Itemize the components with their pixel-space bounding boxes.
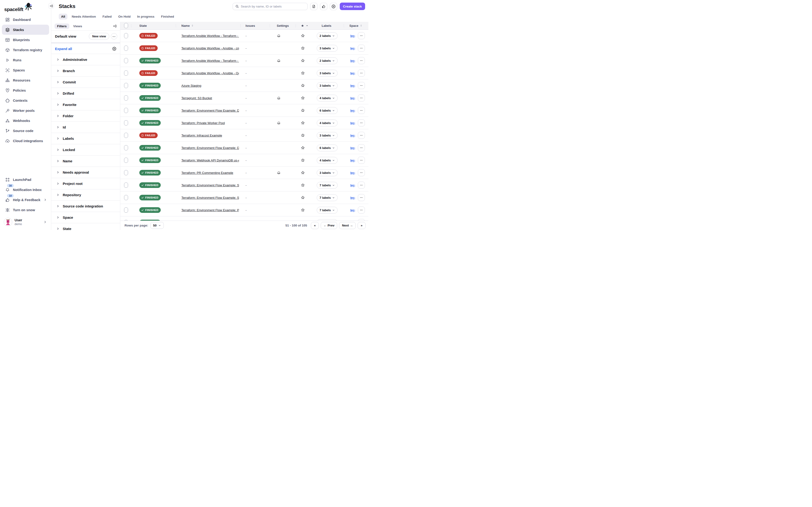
row-checkbox[interactable]: [124, 120, 128, 125]
sidebar-item-terraform-registry[interactable]: Terraform registry: [2, 45, 49, 55]
star-outline-icon[interactable]: [301, 158, 305, 162]
filter-section-favorite[interactable]: Favorite: [51, 99, 120, 110]
star-outline-icon[interactable]: [301, 146, 305, 150]
sort-both-icon[interactable]: [360, 24, 362, 27]
filters-collapse-icon[interactable]: [113, 24, 117, 28]
row-menu-button[interactable]: [358, 45, 365, 52]
tab-in-progress[interactable]: In progress: [135, 14, 157, 19]
view-more-button[interactable]: ...: [111, 33, 117, 40]
sidebar-item-help-feedback[interactable]: 10Help & Feedback: [2, 195, 49, 205]
sidebar-collapse-button[interactable]: [48, 3, 54, 9]
sort-both-icon[interactable]: [191, 24, 194, 27]
sidebar-item-stacks[interactable]: Stacks: [2, 25, 49, 35]
labels-dropdown[interactable]: 3 labels: [317, 82, 338, 89]
last-page-button[interactable]: »: [358, 222, 365, 229]
filter-section-repository[interactable]: Repository: [51, 189, 120, 201]
space-link[interactable]: legacy: [350, 47, 356, 50]
stack-name-link[interactable]: Terraform Ansible Workflow - Terraform -…: [181, 34, 239, 38]
space-link[interactable]: legacy: [350, 59, 356, 62]
star-outline-icon[interactable]: [301, 34, 305, 38]
row-menu-button[interactable]: [358, 57, 365, 64]
column-space[interactable]: Space: [349, 24, 358, 27]
labels-dropdown[interactable]: 6 labels: [317, 107, 338, 114]
row-checkbox[interactable]: [124, 33, 128, 38]
expand-all-link[interactable]: Expand all: [55, 47, 72, 51]
row-checkbox[interactable]: [124, 95, 128, 101]
filter-section-folder[interactable]: Folder: [51, 110, 120, 122]
filter-section-locked[interactable]: Locked: [51, 144, 120, 156]
space-link[interactable]: legacy: [350, 34, 356, 38]
tab-all[interactable]: All: [59, 14, 67, 19]
filter-section-source-code-integration[interactable]: Source code integration: [51, 201, 120, 212]
stack-name-link[interactable]: Terraform Ansible Workflow - Terraform -…: [181, 59, 239, 62]
row-menu-button[interactable]: [358, 32, 365, 39]
sidebar-item-contexts[interactable]: Contexts: [2, 95, 49, 106]
space-link[interactable]: legacy: [350, 134, 356, 137]
row-menu-button[interactable]: [358, 182, 365, 189]
filter-section-drifted[interactable]: Drifted: [51, 88, 120, 99]
space-link[interactable]: legacy: [350, 96, 356, 100]
create-stack-button[interactable]: Create stack: [340, 3, 365, 10]
stack-name-link[interactable]: Terraform: PR Commenting Example: [181, 171, 233, 175]
sidebar-item-blueprints[interactable]: Blueprints: [2, 35, 49, 45]
stack-name-link[interactable]: Terraform: Infracost Example: [181, 134, 222, 137]
next-page-button[interactable]: Next →: [339, 222, 356, 229]
space-link[interactable]: legacy: [350, 183, 356, 187]
tab-finished[interactable]: Finished: [159, 14, 176, 19]
settings-button[interactable]: [330, 3, 337, 10]
star-outline-icon[interactable]: [301, 83, 305, 88]
labels-dropdown[interactable]: 2 labels: [317, 33, 338, 39]
select-all-checkbox[interactable]: [124, 23, 128, 28]
stack-name-link[interactable]: Terraform Ansible Workflow - Ansible - c…: [181, 47, 239, 50]
stack-name-link[interactable]: Terraform: Environment Flow Example: Pro…: [181, 208, 239, 212]
labels-dropdown[interactable]: 7 labels: [317, 194, 338, 201]
column-settings[interactable]: Settings: [277, 24, 289, 27]
sidebar-item-cloud-integrations[interactable]: Cloud integrations: [2, 136, 49, 146]
stack-name-link[interactable]: Terraform: Private Worker Pool: [181, 121, 225, 125]
row-menu-button[interactable]: [358, 157, 365, 164]
tab-on-hold[interactable]: On Hold: [116, 14, 133, 19]
star-outline-icon[interactable]: [301, 133, 305, 137]
row-checkbox[interactable]: [124, 145, 128, 150]
sidebar-item-webhooks[interactable]: Webhooks: [2, 116, 49, 126]
sidebar-item-worker-pools[interactable]: Worker pools: [2, 106, 49, 116]
row-menu-button[interactable]: [358, 207, 365, 214]
row-checkbox[interactable]: [124, 83, 128, 88]
row-menu-button[interactable]: [358, 107, 365, 114]
filter-section-space[interactable]: Space: [51, 212, 120, 223]
row-checkbox[interactable]: [124, 108, 128, 113]
labels-dropdown[interactable]: 6 labels: [317, 145, 338, 151]
sidebar-item-notification-inbox[interactable]: 16Notification Inbox: [2, 185, 49, 195]
row-checkbox[interactable]: [124, 58, 128, 63]
stack-name-link[interactable]: Terraform: Environment Flow Example: Sta…: [181, 183, 239, 187]
space-link[interactable]: legacy: [350, 84, 356, 88]
sidebar-item-policies[interactable]: Policies: [2, 85, 49, 95]
labels-dropdown[interactable]: 3 labels: [317, 70, 338, 76]
docs-button[interactable]: [310, 3, 317, 10]
star-outline-icon[interactable]: [301, 171, 305, 175]
row-menu-button[interactable]: [358, 119, 365, 126]
star-outline-icon[interactable]: [301, 58, 305, 63]
row-menu-button[interactable]: [358, 69, 365, 76]
rows-per-page-select[interactable]: 50: [151, 222, 164, 229]
search-input[interactable]: [241, 5, 305, 8]
row-checkbox[interactable]: [124, 158, 128, 163]
filters-gear-icon[interactable]: [112, 47, 116, 51]
filter-section-administrative[interactable]: Administrative: [51, 54, 120, 65]
labels-dropdown[interactable]: 4 labels: [317, 95, 338, 102]
sidebar-item-resources[interactable]: Resources: [2, 75, 49, 85]
labels-dropdown[interactable]: 3 labels: [317, 132, 338, 139]
filter-section-labels[interactable]: Labels: [51, 133, 120, 144]
space-link[interactable]: legacy: [350, 208, 356, 212]
user-menu[interactable]: User demo: [0, 215, 51, 230]
sidebar-item-dashboard[interactable]: Dashboard: [2, 14, 49, 25]
prev-page-button[interactable]: ← Prev: [321, 222, 337, 229]
row-menu-button[interactable]: [358, 194, 365, 201]
star-outline-icon[interactable]: [301, 183, 305, 187]
space-link[interactable]: legacy: [350, 109, 356, 112]
star-outline-icon[interactable]: [301, 96, 305, 100]
tab-failed[interactable]: Failed: [100, 14, 114, 19]
stack-name-link[interactable]: Terraform: Environment Flow Example: Dev…: [181, 146, 239, 150]
filter-section-name[interactable]: Name: [51, 156, 120, 167]
labels-dropdown[interactable]: 2 labels: [317, 57, 338, 64]
